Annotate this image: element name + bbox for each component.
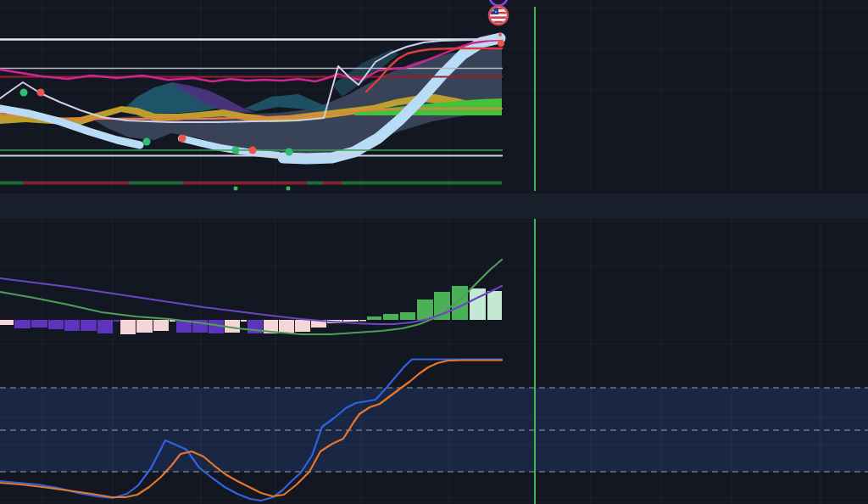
last-price-dot — [498, 40, 504, 47]
flag-star — [492, 10, 494, 12]
signal-strip-segment — [23, 182, 129, 185]
buy-signal-dot — [232, 147, 240, 154]
histogram-bar-pink — [136, 320, 153, 333]
histogram-bar-purple — [14, 320, 31, 328]
buy-signal-dot — [143, 138, 151, 146]
buy-signal-dot — [20, 89, 28, 97]
signal-strip-dot — [287, 187, 291, 191]
signal-strip-segment — [129, 182, 183, 185]
histogram-bar-purple — [114, 320, 120, 322]
histogram-bar-green — [417, 300, 433, 320]
flag-star — [495, 11, 497, 13]
flag-stripe — [489, 16, 508, 19]
buy-signal-dot — [286, 148, 293, 156]
trading-chart-workspace — [0, 0, 868, 504]
signal-strip-segment — [323, 182, 342, 185]
histogram-bar-purple — [97, 320, 113, 333]
sell-signal-dot — [249, 147, 257, 154]
histogram-bar-pink — [120, 320, 136, 334]
chart-canvas[interactable] — [0, 0, 868, 504]
pane-separator[interactable] — [0, 193, 868, 219]
signal-strip-segment — [342, 182, 502, 185]
histogram-bar-purple — [48, 320, 64, 329]
histogram-bar-purple — [31, 320, 47, 328]
histogram-bar-pink — [295, 320, 310, 332]
histogram-bar-pink — [241, 320, 247, 322]
signal-strip-segment — [183, 182, 307, 185]
histogram-bar-mint — [487, 291, 502, 320]
histogram-bar-pink — [343, 320, 359, 322]
sell-signal-dot — [179, 135, 186, 143]
histogram-bar-green — [400, 312, 415, 320]
histogram-bar-pink — [153, 320, 169, 331]
histogram-bar-purple — [64, 320, 80, 331]
sell-signal-dot — [37, 89, 45, 97]
signal-strip-segment — [307, 182, 323, 185]
histogram-bar-mint — [470, 288, 486, 320]
histogram-bar-purple — [81, 320, 97, 331]
histogram-bar-pink — [359, 320, 366, 322]
histogram-bar-green — [383, 314, 398, 320]
histogram-bar-green — [367, 316, 381, 320]
signal-strip-segment — [0, 182, 23, 185]
last-price-dot-small — [498, 33, 502, 36]
signal-strip-dot — [234, 187, 238, 191]
histogram-bar-pink — [279, 320, 294, 333]
histogram-bar-pink — [0, 320, 14, 325]
